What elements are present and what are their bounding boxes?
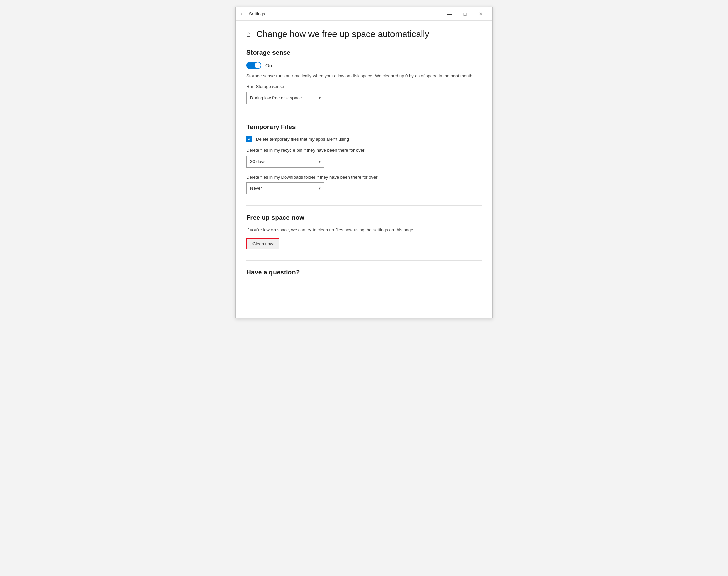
page-title: Change how we free up space automaticall… <box>256 29 429 39</box>
run-storage-sense-label: Run Storage sense <box>246 84 482 89</box>
storage-sense-title: Storage sense <box>246 49 482 56</box>
storage-sense-toggle[interactable] <box>246 62 261 69</box>
have-question-section: Have a question? <box>246 269 482 276</box>
free-up-now-description: If you're low on space, we can try to cl… <box>246 227 482 233</box>
delete-temp-files-label: Delete temporary files that my apps aren… <box>256 137 349 142</box>
back-button[interactable]: ← <box>240 11 245 17</box>
content-area: ⌂ Change how we free up space automatica… <box>236 21 492 318</box>
dropdown-value: During low free disk space <box>250 95 302 100</box>
recycle-bin-value: 30 days <box>250 159 266 164</box>
delete-temp-files-row: ✓ Delete temporary files that my apps ar… <box>246 136 482 142</box>
recycle-bin-dropdown[interactable]: 30 days ▾ <box>246 156 324 168</box>
free-up-now-title: Free up space now <box>246 214 482 221</box>
divider-1 <box>246 115 482 115</box>
maximize-button[interactable]: □ <box>457 8 473 19</box>
divider-3 <box>246 260 482 261</box>
divider-2 <box>246 205 482 206</box>
home-icon: ⌂ <box>246 30 251 39</box>
toggle-label: On <box>265 63 272 68</box>
storage-sense-section: Storage sense On Storage sense runs auto… <box>246 49 482 104</box>
delete-temp-files-checkbox[interactable]: ✓ <box>246 136 252 142</box>
free-up-now-section: Free up space now If you're low on space… <box>246 214 482 250</box>
title-bar: ← Settings — □ ✕ <box>236 7 492 21</box>
minimize-button[interactable]: — <box>442 8 457 19</box>
downloads-label: Delete files in my Downloads folder if t… <box>246 174 482 180</box>
chevron-down-icon: ▾ <box>319 186 321 191</box>
window-title: Settings <box>249 11 265 16</box>
downloads-dropdown[interactable]: Never ▾ <box>246 182 324 194</box>
title-bar-left: ← Settings <box>240 11 265 17</box>
chevron-down-icon: ▾ <box>319 96 321 100</box>
chevron-down-icon: ▾ <box>319 159 321 164</box>
run-storage-sense-dropdown[interactable]: During low free disk space ▾ <box>246 92 324 104</box>
title-bar-controls: — □ ✕ <box>442 8 488 19</box>
recycle-bin-label: Delete files in my recycle bin if they h… <box>246 148 482 153</box>
have-question-title: Have a question? <box>246 269 482 276</box>
checkmark-icon: ✓ <box>248 137 251 142</box>
close-button[interactable]: ✕ <box>473 8 488 19</box>
downloads-value: Never <box>250 186 262 191</box>
storage-sense-description: Storage sense runs automatically when yo… <box>246 73 482 79</box>
toggle-row: On <box>246 62 482 69</box>
page-header: ⌂ Change how we free up space automatica… <box>246 29 482 39</box>
temporary-files-title: Temporary Files <box>246 123 482 131</box>
settings-window: ← Settings — □ ✕ ⌂ Change how we free up… <box>235 7 493 318</box>
temporary-files-section: Temporary Files ✓ Delete temporary files… <box>246 123 482 194</box>
clean-now-button[interactable]: Clean now <box>246 238 279 249</box>
